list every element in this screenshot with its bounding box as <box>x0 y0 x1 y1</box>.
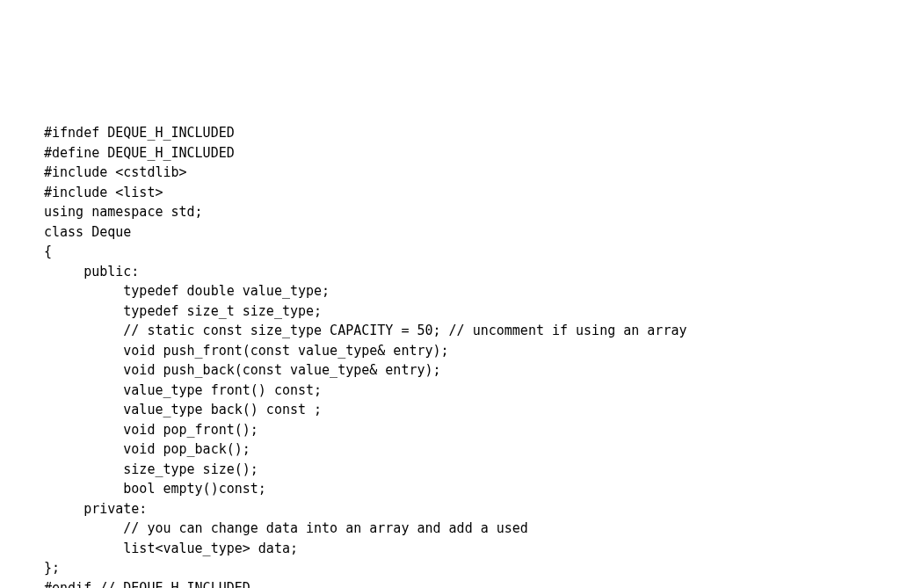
code-line: #include <list> <box>44 183 856 203</box>
code-line: typedef size_t size_type; <box>44 301 856 322</box>
code-line: #endif // DEQUE_H_INCLUDED <box>44 578 856 589</box>
code-block: #ifndef DEQUE_H_INCLUDED#define DEQUE_H_… <box>44 123 856 588</box>
code-line: private: <box>44 499 856 519</box>
code-line: public: <box>44 262 856 282</box>
code-line: // you can change data into an array and… <box>44 519 856 539</box>
code-line: #define DEQUE_H_INCLUDED <box>44 143 856 163</box>
code-line: class Deque <box>44 222 856 243</box>
code-line: void push_front(const value_type& entry)… <box>44 341 856 361</box>
code-line: void pop_front(); <box>44 420 856 440</box>
code-line: list<value_type> data; <box>44 539 856 559</box>
code-line: void push_back(const value_type& entry); <box>44 360 856 381</box>
code-line: { <box>44 242 856 262</box>
code-line: bool empty()const; <box>44 479 856 499</box>
code-line: // static const size_type CAPACITY = 50;… <box>44 321 856 341</box>
code-line: #ifndef DEQUE_H_INCLUDED <box>44 123 856 143</box>
code-line: typedef double value_type; <box>44 281 856 301</box>
code-line: }; <box>44 558 856 578</box>
code-line: void pop_back(); <box>44 439 856 460</box>
code-line: size_type size(); <box>44 460 856 480</box>
code-line: value_type front() const; <box>44 381 856 401</box>
code-line: value_type back() const ; <box>44 400 856 420</box>
code-line: using namespace std; <box>44 202 856 222</box>
code-line: #include <cstdlib> <box>44 163 856 183</box>
